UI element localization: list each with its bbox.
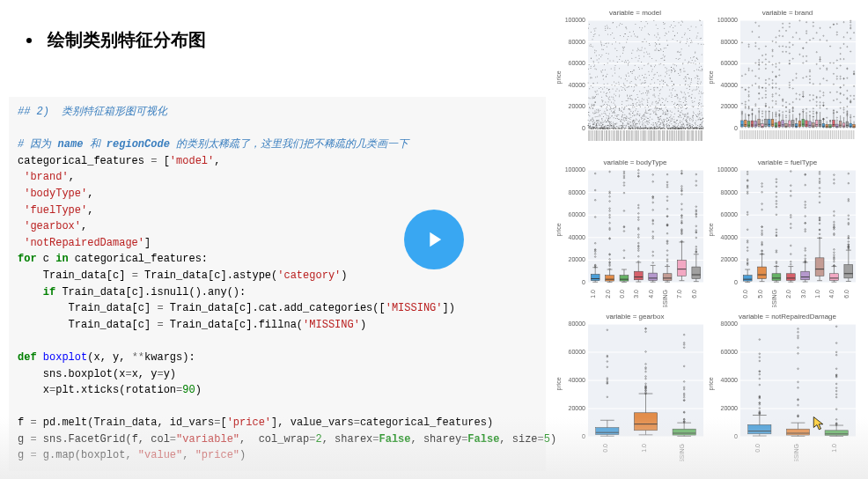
- svg-point-971: [605, 126, 606, 127]
- svg-point-95: [619, 77, 620, 77]
- svg-point-1390: [663, 81, 664, 82]
- svg-point-1188: [656, 60, 657, 61]
- svg-point-1093: [663, 122, 664, 122]
- svg-point-695: [638, 67, 639, 68]
- svg-point-1078: [642, 124, 643, 125]
- svg-point-572: [588, 120, 589, 121]
- svg-point-571: [598, 116, 599, 117]
- svg-point-679: [648, 92, 649, 93]
- svg-point-1365: [673, 125, 673, 126]
- svg-point-273: [690, 118, 691, 119]
- svg-rect-2817: [830, 274, 839, 281]
- svg-point-601: [592, 121, 593, 122]
- svg-text:3.0: 3.0: [633, 290, 639, 298]
- svg-point-252: [631, 36, 632, 37]
- svg-point-291: [629, 118, 629, 119]
- svg-point-1637: [639, 76, 640, 77]
- svg-point-1285: [617, 115, 618, 116]
- svg-point-1061: [606, 95, 607, 96]
- code-kw: def: [18, 351, 37, 364]
- svg-point-855: [693, 115, 694, 116]
- svg-point-832: [671, 25, 672, 26]
- svg-point-1366: [677, 98, 678, 99]
- page-title: 绘制类别特征分布图: [48, 28, 206, 52]
- svg-point-68: [603, 105, 604, 106]
- play-button[interactable]: [404, 210, 464, 269]
- svg-point-1302: [671, 97, 672, 98]
- svg-point-683: [638, 49, 639, 50]
- svg-point-1087: [589, 24, 590, 25]
- svg-point-1485: [623, 36, 624, 37]
- svg-text:6.0: 6.0: [843, 290, 850, 298]
- svg-point-1444: [634, 114, 635, 115]
- svg-point-896: [644, 112, 645, 113]
- svg-point-1248: [695, 122, 695, 123]
- svg-point-1617: [664, 56, 665, 57]
- svg-point-923: [614, 105, 615, 106]
- svg-point-759: [658, 76, 659, 77]
- svg-point-940: [588, 83, 589, 84]
- svg-point-1257: [659, 124, 660, 125]
- svg-point-297: [685, 70, 686, 71]
- svg-point-504: [594, 113, 595, 114]
- svg-point-1426: [591, 57, 592, 58]
- svg-point-542: [676, 65, 677, 66]
- svg-point-438: [616, 83, 617, 84]
- svg-rect-1991: [761, 124, 764, 128]
- svg-point-1358: [681, 37, 682, 38]
- svg-point-1748: [681, 128, 682, 129]
- svg-point-1661: [602, 124, 603, 125]
- svg-point-1156: [666, 109, 667, 110]
- svg-point-1697: [685, 128, 686, 129]
- svg-point-1127: [636, 108, 636, 109]
- svg-point-979: [609, 122, 610, 122]
- svg-point-1490: [622, 47, 623, 48]
- svg-point-1044: [605, 28, 606, 29]
- svg-point-861: [598, 94, 599, 95]
- svg-point-1218: [634, 120, 635, 121]
- svg-point-413: [591, 66, 592, 67]
- svg-rect-2127: [791, 121, 794, 127]
- svg-point-1586: [596, 55, 597, 56]
- svg-point-1012: [621, 86, 622, 87]
- svg-point-864: [648, 33, 649, 34]
- svg-rect-2768: [801, 271, 810, 280]
- svg-point-1130: [699, 102, 700, 103]
- svg-point-1580: [648, 63, 649, 64]
- svg-point-1569: [646, 113, 647, 114]
- svg-point-649: [623, 109, 624, 110]
- svg-point-1435: [621, 128, 622, 129]
- svg-point-1139: [687, 39, 688, 40]
- svg-point-1312: [589, 107, 590, 108]
- svg-point-484: [666, 33, 666, 33]
- code-comment-and: 和: [83, 138, 106, 151]
- svg-point-1307: [617, 118, 618, 119]
- svg-point-622: [643, 105, 644, 106]
- svg-point-836: [600, 70, 601, 71]
- code-num: 90: [182, 384, 195, 396]
- svg-point-1481: [631, 53, 632, 54]
- svg-point-173: [699, 113, 700, 114]
- svg-point-1750: [633, 123, 634, 124]
- svg-point-696: [667, 125, 668, 126]
- svg-point-294: [696, 116, 697, 117]
- code-kw: if: [43, 286, 55, 298]
- svg-point-1299: [665, 114, 666, 114]
- svg-point-1736: [609, 97, 610, 98]
- svg-point-442: [614, 127, 615, 128]
- svg-point-540: [601, 99, 602, 100]
- svg-point-1583: [664, 121, 665, 122]
- svg-point-1670: [600, 127, 601, 128]
- svg-point-1401: [664, 28, 665, 29]
- svg-rect-2559: [649, 273, 658, 280]
- svg-point-702: [627, 96, 628, 97]
- svg-text:40000: 40000: [721, 377, 739, 383]
- svg-point-755: [622, 101, 622, 102]
- svg-point-1225: [642, 128, 643, 129]
- svg-point-1181: [699, 117, 700, 118]
- svg-point-1428: [670, 111, 671, 112]
- svg-point-1076: [595, 28, 596, 29]
- svg-point-785: [607, 105, 608, 106]
- y-axis-label: price: [555, 377, 562, 390]
- svg-rect-2581: [663, 274, 672, 281]
